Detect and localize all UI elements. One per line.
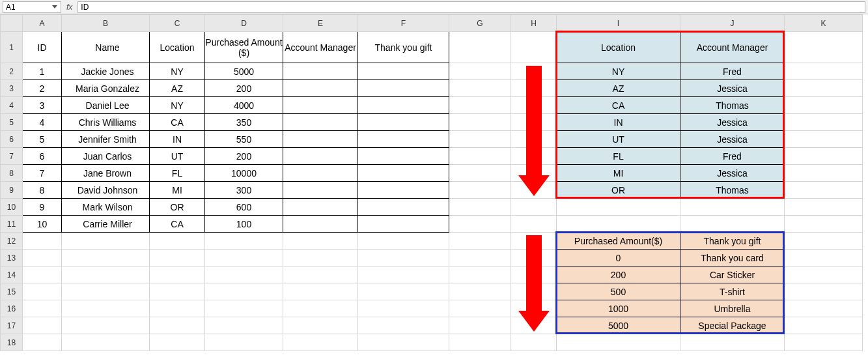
cell[interactable] bbox=[785, 334, 863, 351]
cell[interactable] bbox=[205, 317, 283, 334]
cell[interactable] bbox=[62, 266, 150, 283]
cell[interactable] bbox=[358, 266, 449, 283]
cell[interactable]: 200 bbox=[205, 148, 283, 165]
cell[interactable]: Jennifer Smith bbox=[62, 131, 150, 148]
cell[interactable]: 200 bbox=[557, 266, 680, 283]
cell[interactable]: 200 bbox=[205, 80, 283, 97]
chevron-down-icon[interactable] bbox=[51, 4, 58, 10]
cell[interactable] bbox=[511, 199, 557, 216]
cell[interactable] bbox=[205, 300, 283, 317]
cell[interactable] bbox=[283, 182, 358, 199]
row-header[interactable]: 14 bbox=[1, 266, 23, 283]
name-box[interactable]: A1 bbox=[3, 1, 61, 13]
cell[interactable] bbox=[358, 182, 449, 199]
row-header[interactable]: 17 bbox=[1, 317, 23, 334]
cell[interactable] bbox=[785, 317, 863, 334]
cell[interactable] bbox=[449, 80, 511, 97]
cell[interactable] bbox=[358, 283, 449, 300]
cell[interactable]: Maria Gonzalez bbox=[62, 80, 150, 97]
cell[interactable] bbox=[785, 266, 863, 283]
cell[interactable] bbox=[785, 216, 863, 233]
cell[interactable] bbox=[150, 334, 205, 351]
cell[interactable]: 1000 bbox=[557, 300, 680, 317]
cell[interactable] bbox=[511, 114, 557, 131]
cell[interactable] bbox=[283, 80, 358, 97]
row-header[interactable]: 2 bbox=[1, 63, 23, 80]
formula-input[interactable]: ID bbox=[77, 1, 865, 13]
row-header[interactable]: 6 bbox=[1, 131, 23, 148]
cell[interactable]: MI bbox=[557, 165, 680, 182]
cell[interactable] bbox=[785, 182, 863, 199]
cell[interactable] bbox=[785, 32, 863, 63]
cell[interactable] bbox=[283, 131, 358, 148]
cell[interactable]: Purchased Amount($) bbox=[557, 233, 680, 250]
cell[interactable]: 4 bbox=[23, 114, 62, 131]
cell[interactable]: 550 bbox=[205, 131, 283, 148]
cell[interactable] bbox=[511, 131, 557, 148]
cell[interactable] bbox=[283, 97, 358, 114]
cell[interactable] bbox=[449, 216, 511, 233]
cell[interactable] bbox=[785, 97, 863, 114]
cell[interactable]: Jessica bbox=[680, 165, 785, 182]
cell[interactable]: Location bbox=[150, 32, 205, 63]
cell[interactable]: AZ bbox=[557, 80, 680, 97]
cell[interactable] bbox=[449, 266, 511, 283]
cell[interactable] bbox=[449, 97, 511, 114]
col-header[interactable]: E bbox=[283, 15, 358, 32]
cell[interactable] bbox=[449, 334, 511, 351]
cell[interactable]: Account Manager bbox=[680, 32, 785, 63]
row-header[interactable]: 11 bbox=[1, 216, 23, 233]
cell[interactable]: UT bbox=[150, 148, 205, 165]
cell[interactable] bbox=[680, 334, 785, 351]
cell[interactable]: Fred bbox=[680, 63, 785, 80]
cell[interactable] bbox=[283, 283, 358, 300]
cell[interactable]: Carrie Miller bbox=[62, 216, 150, 233]
cell[interactable]: 4000 bbox=[205, 97, 283, 114]
cell[interactable]: Umbrella bbox=[680, 300, 785, 317]
cell[interactable] bbox=[283, 334, 358, 351]
cell[interactable] bbox=[205, 283, 283, 300]
cell[interactable] bbox=[785, 63, 863, 80]
row-header[interactable]: 16 bbox=[1, 300, 23, 317]
cell[interactable] bbox=[785, 131, 863, 148]
cell[interactable]: 8 bbox=[23, 182, 62, 199]
cell[interactable]: Name bbox=[62, 32, 150, 63]
cell[interactable]: 2 bbox=[23, 80, 62, 97]
cell[interactable]: Jessica bbox=[680, 114, 785, 131]
cell[interactable] bbox=[680, 199, 785, 216]
col-header[interactable]: C bbox=[150, 15, 205, 32]
cell[interactable] bbox=[449, 114, 511, 131]
cell[interactable] bbox=[23, 250, 62, 266]
cell[interactable] bbox=[449, 199, 511, 216]
cell[interactable] bbox=[205, 250, 283, 266]
cell[interactable] bbox=[283, 216, 358, 233]
cell[interactable] bbox=[150, 300, 205, 317]
cell[interactable]: NY bbox=[150, 97, 205, 114]
cell[interactable]: Fred bbox=[680, 148, 785, 165]
row-header[interactable]: 13 bbox=[1, 250, 23, 266]
cell[interactable]: 7 bbox=[23, 165, 62, 182]
row-header[interactable]: 18 bbox=[1, 334, 23, 351]
cell[interactable] bbox=[283, 300, 358, 317]
cell[interactable] bbox=[205, 266, 283, 283]
cell[interactable] bbox=[23, 233, 62, 250]
cell[interactable] bbox=[358, 131, 449, 148]
cell[interactable] bbox=[62, 283, 150, 300]
cell[interactable] bbox=[449, 233, 511, 250]
cell[interactable] bbox=[511, 250, 557, 266]
cell[interactable] bbox=[785, 300, 863, 317]
cell[interactable]: CA bbox=[150, 216, 205, 233]
cell[interactable] bbox=[557, 199, 680, 216]
cell[interactable]: David Johnson bbox=[62, 182, 150, 199]
cell[interactable]: UT bbox=[557, 131, 680, 148]
cell[interactable] bbox=[150, 266, 205, 283]
cell[interactable] bbox=[785, 250, 863, 266]
cell[interactable] bbox=[150, 283, 205, 300]
cell[interactable]: Chris Williams bbox=[62, 114, 150, 131]
cell[interactable] bbox=[205, 334, 283, 351]
cell[interactable] bbox=[785, 233, 863, 250]
cell[interactable] bbox=[557, 216, 680, 233]
cell[interactable]: 500 bbox=[557, 283, 680, 300]
cell[interactable] bbox=[358, 199, 449, 216]
cell[interactable]: 100 bbox=[205, 216, 283, 233]
